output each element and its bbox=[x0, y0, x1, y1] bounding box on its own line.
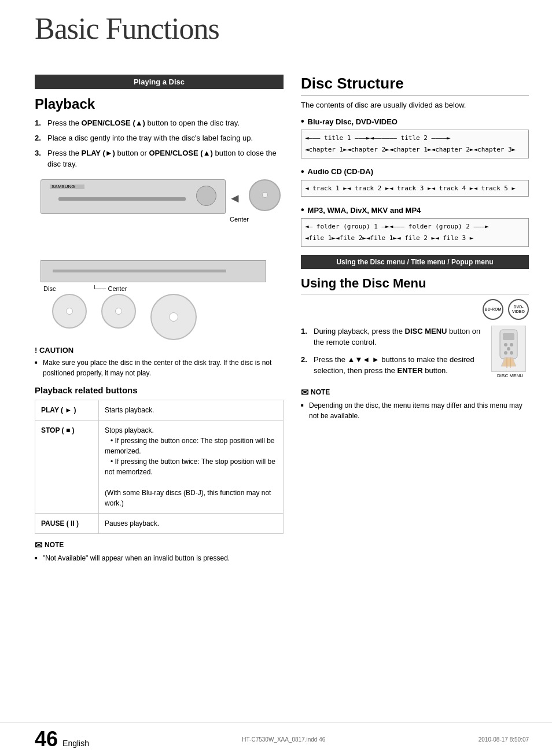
bd-rom-badge: BD-ROM bbox=[483, 299, 503, 320]
device-top-image: SAMSUNG ◄ Center bbox=[35, 176, 284, 252]
footer-bar: 46 English HT-C7530W_XAA_0817.indd 46 20… bbox=[0, 722, 552, 756]
page: Basic Functions Playing a Disc Playback … bbox=[0, 0, 552, 756]
ds-bullet-audiocd: Audio CD (CD-DA) bbox=[301, 167, 529, 177]
page-title-section: Basic Functions bbox=[0, 0, 552, 57]
stop-key: STOP ( ■ ) bbox=[35, 420, 99, 513]
ds-section-mp3: MP3, WMA, DivX, MKV and MP4 ◄— folder (g… bbox=[301, 205, 529, 247]
note-item-right: Depending on the disc, the menu items ma… bbox=[301, 400, 529, 421]
using-disc-menu-section: Using the Disc menu / Title menu / Popup… bbox=[301, 255, 529, 421]
note-list: "Not Available" will appear when an inva… bbox=[35, 553, 284, 563]
section-header-label: Playing a Disc bbox=[134, 78, 185, 86]
center-label2: └── Center bbox=[93, 285, 127, 292]
ds-section-bluray: Blu-ray Disc, DVD-VIDEO ◄——— title 1 ———… bbox=[301, 116, 529, 158]
disc-icons-row: BD-ROM DVD-VIDEO bbox=[301, 299, 529, 320]
pause-value: Pauses playback. bbox=[99, 513, 284, 533]
play-value: Starts playback. bbox=[99, 400, 284, 420]
caution-item: Make sure you place the disc in the cent… bbox=[35, 357, 284, 378]
table-row-play: PLAY ( ► ) Starts playback. bbox=[35, 400, 284, 420]
dvd-video-badge: DVD-VIDEO bbox=[508, 299, 529, 320]
caution-block: ! CAUTION Make sure you place the disc i… bbox=[35, 346, 284, 378]
tray-top-view: Disc └── Center bbox=[41, 257, 284, 289]
svg-point-2 bbox=[504, 343, 507, 346]
svg-point-4 bbox=[507, 347, 510, 351]
content-area: Playing a Disc Playback 1. Press the OPE… bbox=[0, 57, 552, 722]
page-number: 46 bbox=[35, 727, 58, 751]
disc-large bbox=[150, 294, 197, 340]
note-title: ✉ NOTE bbox=[35, 540, 284, 551]
disc-label: Disc bbox=[43, 285, 56, 292]
note-icon-right: ✉ bbox=[301, 387, 308, 398]
using-disc-step-2: 2. Press the ▲▼◄ ► buttons to make the d… bbox=[301, 354, 485, 377]
eject-button bbox=[196, 186, 216, 206]
svg-point-6 bbox=[510, 351, 513, 355]
caution-title: ! CAUTION bbox=[35, 346, 284, 355]
playback-buttons-title: Playback related buttons bbox=[35, 385, 284, 395]
note-icon: ✉ bbox=[35, 540, 42, 551]
section-header-playing-disc: Playing a Disc bbox=[35, 75, 284, 89]
pause-key: PAUSE ( II ) bbox=[35, 513, 99, 533]
right-column: Disc Structure The contents of disc are … bbox=[301, 75, 529, 722]
disc-slot bbox=[58, 197, 186, 201]
play-key: PLAY ( ► ) bbox=[35, 400, 99, 420]
svg-point-3 bbox=[510, 343, 513, 346]
disc-small-2 bbox=[101, 294, 136, 329]
page-title: Basic Functions bbox=[35, 12, 529, 46]
playback-title: Playback bbox=[35, 96, 284, 112]
note-block: ✉ NOTE "Not Available" will appear when … bbox=[35, 540, 284, 563]
table-row-stop: STOP ( ■ ) Stops playback. If pressing t… bbox=[35, 420, 284, 513]
ds-bullet-mp3: MP3, WMA, DivX, MKV and MP4 bbox=[301, 205, 529, 215]
ds-section-audiocd: Audio CD (CD-DA) ◄ track 1 ►◄ track 2 ►◄… bbox=[301, 167, 529, 197]
using-disc-steps: 1. During playback, press the DISC MENU … bbox=[301, 326, 485, 377]
center-label: Center bbox=[230, 216, 249, 223]
disc-small-1 bbox=[52, 294, 87, 329]
using-disc-step-1: 1. During playback, press the DISC MENU … bbox=[301, 326, 485, 348]
page-language: English bbox=[62, 739, 89, 748]
ds-bullet-bluray: Blu-ray Disc, DVD-VIDEO bbox=[301, 116, 529, 127]
ds-diagram-mp3: ◄— folder (group) 1 —►◄——— folder (group… bbox=[301, 218, 529, 247]
disc-structure-title: Disc Structure bbox=[301, 75, 529, 96]
playback-steps: 1. Press the OPEN/CLOSE (▲) button to op… bbox=[35, 118, 284, 169]
device-body: SAMSUNG bbox=[41, 179, 226, 214]
ds-diagram-audiocd: ◄ track 1 ►◄ track 2 ►◄ track 3 ►◄ track… bbox=[301, 180, 529, 197]
device-bottom-section: Disc └── Center bbox=[41, 257, 284, 340]
remote-hand-image: DISC MENU bbox=[491, 326, 529, 382]
left-column: Playing a Disc Playback 1. Press the OPE… bbox=[35, 75, 284, 722]
footer-date: 2010-08-17 8:50:07 bbox=[479, 736, 529, 743]
disc-circles bbox=[52, 294, 284, 340]
insertion-arrow: ◄ bbox=[229, 191, 241, 206]
playback-table: PLAY ( ► ) Starts playback. STOP ( ■ ) S… bbox=[35, 400, 284, 534]
section-header-disc-menu: Using the Disc menu / Title menu / Popup… bbox=[301, 255, 529, 269]
note-item: "Not Available" will appear when an inva… bbox=[35, 553, 284, 563]
note-title-right: ✉ NOTE bbox=[301, 387, 529, 398]
remote-hand-svg bbox=[494, 329, 523, 369]
disc-image bbox=[249, 179, 281, 211]
using-disc-menu-title: Using the Disc Menu bbox=[301, 276, 529, 294]
step-2: 2. Place a disc gently into the tray wit… bbox=[35, 133, 284, 143]
page-number-block: 46 English bbox=[35, 727, 89, 751]
stop-value: Stops playback. If pressing the button o… bbox=[99, 420, 284, 513]
svg-rect-1 bbox=[503, 333, 514, 340]
svg-point-5 bbox=[504, 351, 507, 355]
note-list-right: Depending on the disc, the menu items ma… bbox=[301, 400, 529, 421]
step-1: 1. Press the OPEN/CLOSE (▲) button to op… bbox=[35, 118, 284, 128]
disc-structure-desc: The contents of disc are usually divided… bbox=[301, 101, 529, 109]
ds-diagram-bluray: ◄——— title 1 ———►◄—————— title 2 ————► ◄… bbox=[301, 130, 529, 158]
caution-list: Make sure you place the disc in the cent… bbox=[35, 357, 284, 378]
disc-menu-label: DISC MENU bbox=[491, 373, 529, 378]
note-block-right: ✉ NOTE Depending on the disc, the menu i… bbox=[301, 387, 529, 421]
step-3: 3. Press the PLAY (►) button or OPEN/CLO… bbox=[35, 148, 284, 169]
footer-file: HT-C7530W_XAA_0817.indd 46 bbox=[242, 736, 325, 743]
disc-structure-section: Disc Structure The contents of disc are … bbox=[301, 75, 529, 247]
table-row-pause: PAUSE ( II ) Pauses playback. bbox=[35, 513, 284, 533]
